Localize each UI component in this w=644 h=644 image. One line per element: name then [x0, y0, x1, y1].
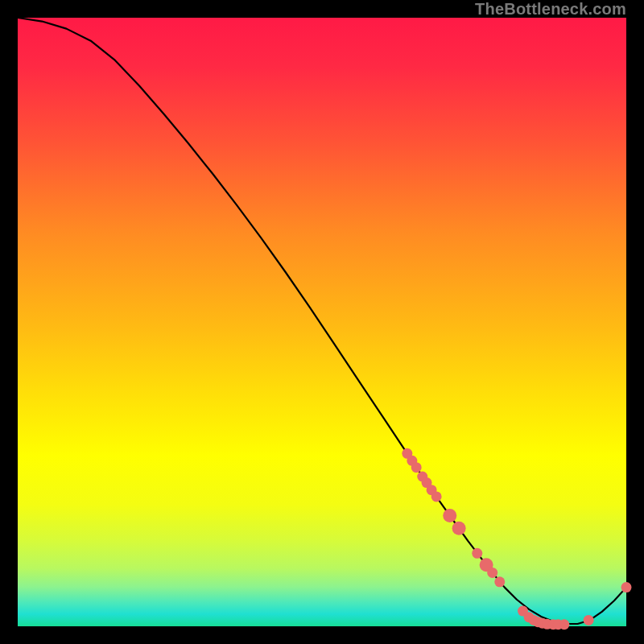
data-marker: [559, 619, 569, 630]
data-marker: [494, 576, 505, 587]
data-marker: [487, 568, 497, 578]
data-marker: [411, 462, 422, 473]
data-marker: [472, 548, 482, 559]
watermark-text: TheBottleneck.com: [475, 0, 626, 19]
chart-stage: TheBottleneck.com: [0, 0, 644, 644]
chart-overlay: [0, 0, 644, 644]
data-marker: [452, 522, 466, 535]
data-marker: [443, 509, 456, 522]
data-markers: [402, 448, 631, 630]
bottleneck-curve: [18, 18, 626, 624]
data-marker: [431, 491, 442, 502]
data-marker: [621, 582, 632, 592]
data-marker: [584, 615, 594, 625]
